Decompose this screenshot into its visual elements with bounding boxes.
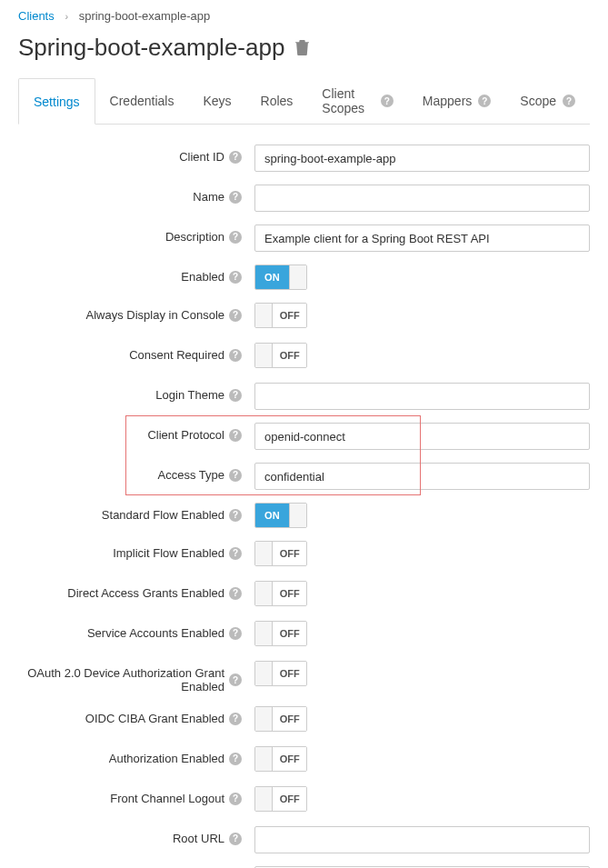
field-label: Authorization Enabled?: [18, 746, 254, 765]
tab-settings[interactable]: Settings: [18, 78, 95, 125]
tab-label: Scope: [520, 94, 556, 108]
tab-credentials[interactable]: Credentials: [95, 78, 189, 124]
help-icon[interactable]: ?: [229, 349, 242, 362]
row-login-theme: Login Theme?: [18, 383, 590, 410]
breadcrumb-parent-link[interactable]: Clients: [18, 9, 55, 23]
client-protocol-select[interactable]: [254, 423, 590, 450]
form-control-col: OFF: [254, 661, 590, 688]
tab-mappers[interactable]: Mappers?: [408, 78, 505, 124]
highlighted-section: Client Protocol?Access Type?: [18, 423, 590, 490]
form-control-col: [254, 145, 590, 172]
oidc-ciba-toggle[interactable]: OFF: [254, 706, 307, 732]
service-accounts-toggle[interactable]: OFF: [254, 621, 307, 646]
row-enabled: Enabled?ON: [18, 264, 590, 290]
field-label: Access Type?: [18, 463, 254, 482]
form-control-col: [254, 224, 590, 252]
help-icon[interactable]: ?: [563, 95, 575, 107]
form-control-col: OFF: [254, 303, 590, 330]
row-access-type: Access Type?: [18, 463, 590, 490]
field-label-text: Root URL: [173, 832, 224, 845]
tab-scope[interactable]: Scope?: [505, 78, 590, 124]
toggle-knob: [255, 582, 273, 605]
form-control-col: OFF: [254, 621, 590, 648]
form-control-col: [254, 185, 590, 212]
toggle-knob: [255, 344, 273, 367]
login-theme-select[interactable]: [254, 383, 590, 410]
name-input[interactable]: [254, 185, 590, 212]
row-standard-flow: Standard Flow Enabled?ON: [18, 503, 590, 528]
toggle-knob: [255, 622, 273, 645]
field-label-text: Description: [165, 230, 224, 244]
row-implicit-flow: Implicit Flow Enabled?OFF: [18, 541, 590, 568]
field-label-text: Access Type: [158, 468, 224, 482]
field-label: OIDC CIBA Grant Enabled?: [18, 706, 254, 725]
field-label: Always Display in Console?: [18, 303, 254, 322]
help-icon[interactable]: ?: [478, 95, 491, 107]
toggle-on-label: ON: [255, 265, 289, 289]
form-control-col: OFF: [254, 746, 590, 773]
implicit-flow-toggle[interactable]: OFF: [254, 541, 307, 566]
field-label: Front Channel Logout?: [18, 786, 254, 805]
tab-roles[interactable]: Roles: [246, 78, 308, 124]
client-id-input[interactable]: [254, 145, 590, 172]
row-name: Name?: [18, 185, 590, 212]
help-icon[interactable]: ?: [229, 793, 242, 805]
toggle-on-label: ON: [255, 504, 289, 527]
help-icon[interactable]: ?: [381, 95, 394, 107]
tab-client-scopes[interactable]: Client Scopes?: [307, 78, 407, 124]
access-type-select[interactable]: [254, 463, 590, 490]
help-icon[interactable]: ?: [229, 753, 242, 765]
help-icon[interactable]: ?: [229, 833, 242, 845]
help-icon[interactable]: ?: [229, 469, 242, 482]
field-label-text: OAuth 2.0 Device Authorization Grant Ena…: [18, 666, 224, 693]
field-label-text: Login Theme: [155, 388, 224, 402]
enabled-toggle[interactable]: ON: [254, 264, 307, 290]
tab-label: Credentials: [110, 94, 174, 108]
help-icon[interactable]: ?: [229, 587, 242, 600]
root-url-input[interactable]: [254, 826, 590, 853]
row-client-protocol: Client Protocol?: [18, 423, 590, 450]
help-icon[interactable]: ?: [229, 231, 242, 244]
form-control-col: [254, 826, 590, 853]
field-label-text: Enabled: [181, 270, 224, 284]
form-control-col: OFF: [254, 541, 590, 568]
help-icon[interactable]: ?: [229, 271, 242, 284]
oauth2-device-toggle[interactable]: OFF: [254, 661, 307, 686]
help-icon[interactable]: ?: [229, 151, 242, 164]
help-icon[interactable]: ?: [229, 627, 242, 640]
front-channel-logout-toggle[interactable]: OFF: [254, 786, 307, 812]
field-label: Login Theme?: [18, 383, 254, 402]
help-icon[interactable]: ?: [229, 309, 242, 322]
breadcrumb: Clients › spring-boot-example-app: [18, 9, 590, 23]
toggle-knob: [255, 787, 273, 811]
help-icon[interactable]: ?: [229, 191, 242, 204]
direct-access-toggle[interactable]: OFF: [254, 581, 307, 606]
help-icon[interactable]: ?: [229, 713, 242, 725]
help-icon[interactable]: ?: [229, 673, 242, 686]
row-authorization: Authorization Enabled?OFF: [18, 746, 590, 773]
toggle-knob: [255, 707, 273, 731]
toggle-knob: [255, 662, 273, 685]
consent-required-toggle[interactable]: OFF: [254, 343, 307, 368]
standard-flow-toggle[interactable]: ON: [254, 503, 307, 528]
tab-keys[interactable]: Keys: [188, 78, 245, 124]
trash-icon[interactable]: [295, 40, 309, 55]
row-description: Description?: [18, 224, 590, 252]
field-label-text: Name: [193, 190, 224, 204]
help-icon[interactable]: ?: [229, 547, 242, 560]
help-icon[interactable]: ?: [229, 509, 242, 522]
field-label-text: Front Channel Logout: [110, 792, 224, 805]
help-icon[interactable]: ?: [229, 429, 242, 442]
field-label-text: OIDC CIBA Grant Enabled: [85, 712, 224, 725]
row-front-channel-logout: Front Channel Logout?OFF: [18, 786, 590, 813]
authorization-toggle[interactable]: OFF: [254, 746, 307, 772]
field-label-text: Standard Flow Enabled: [102, 508, 224, 522]
help-icon[interactable]: ?: [229, 389, 242, 402]
description-input[interactable]: [254, 224, 590, 252]
row-service-accounts: Service Accounts Enabled?OFF: [18, 621, 590, 648]
always-display-toggle[interactable]: OFF: [254, 303, 307, 328]
field-label: Enabled?: [18, 264, 254, 284]
form-control-col: OFF: [254, 581, 590, 608]
toggle-knob: [255, 747, 273, 771]
page-title: Spring-boot-example-app: [18, 34, 284, 62]
